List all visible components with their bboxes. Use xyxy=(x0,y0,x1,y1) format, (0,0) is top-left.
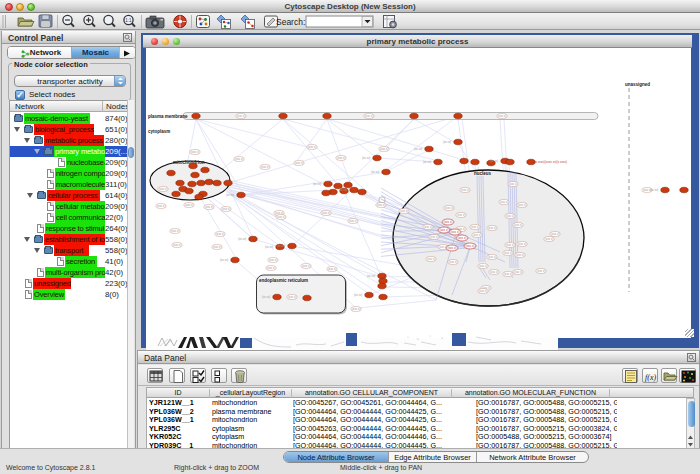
svg-text:mitochondrion: mitochondrion xyxy=(173,160,205,165)
svg-text:(xxx x): (xxx x) xyxy=(380,147,388,151)
svg-text:(xxx x): (xxx x) xyxy=(277,215,285,219)
svg-text:(xxx x): (xxx x) xyxy=(159,187,167,191)
svg-text:(xxx x): (xxx x) xyxy=(451,230,460,234)
svg-text:(xxx x): (xxx x) xyxy=(471,225,479,229)
svg-text:(xxx x): (xxx x) xyxy=(377,203,385,207)
svg-text:(xxx x): (xxx x) xyxy=(479,264,487,268)
svg-text:(xx xx): (xx xx) xyxy=(262,295,270,299)
svg-text:(xxx x): (xxx x) xyxy=(295,161,303,165)
svg-text:(xxx x): (xxx x) xyxy=(400,209,408,213)
svg-text:(xxx x): (xxx x) xyxy=(157,204,165,208)
svg-text:(xx xx): (xx xx) xyxy=(339,188,347,192)
svg-text:(xxx x): (xxx x) xyxy=(302,264,310,268)
svg-text:(xx xx): (xx xx) xyxy=(362,156,370,160)
svg-text:(xxx x): (xxx x) xyxy=(444,220,453,224)
svg-text:(xxx x): (xxx x) xyxy=(308,145,316,149)
svg-text:(xxx x): (xxx x) xyxy=(551,232,559,236)
svg-text:(xxx x): (xxx x) xyxy=(171,229,179,233)
svg-text:f(x): f(x) xyxy=(645,373,656,382)
svg-text:(xx xx): (xx xx) xyxy=(490,159,498,163)
svg-text:(xx xx): (xx xx) xyxy=(313,182,321,186)
svg-text:(xxx x): (xxx x) xyxy=(365,114,373,118)
svg-text:(xxx x): (xxx x) xyxy=(506,214,514,218)
svg-text:(xxx x): (xxx x) xyxy=(488,226,496,230)
svg-text:1:1: 1:1 xyxy=(125,18,132,23)
svg-text:endoplasmic reticulum: endoplasmic reticulum xyxy=(259,278,308,283)
svg-text:(xxx x): (xxx x) xyxy=(504,272,512,276)
svg-text:(xx xx): (xx xx) xyxy=(423,160,431,164)
svg-text:(xxx x): (xxx x) xyxy=(500,200,508,204)
svg-text:(xx xx): (xx xx) xyxy=(443,140,451,144)
svg-text:(xxx x): (xxx x) xyxy=(504,251,512,255)
svg-text:(xxx x): (xxx x) xyxy=(458,236,467,240)
svg-text:(xxx x): (xxx x) xyxy=(424,225,432,229)
svg-text:(xx xx): (xx xx) xyxy=(226,193,234,197)
svg-text:(xx xx): (xx xx) xyxy=(371,170,379,174)
svg-text:nucleus: nucleus xyxy=(474,171,492,176)
svg-text:(xxx x): (xxx x) xyxy=(222,207,230,211)
svg-text:(xxx x): (xxx x) xyxy=(205,205,213,209)
svg-text:cytoplasm: cytoplasm xyxy=(148,129,170,134)
svg-text:(xx xx): (xx xx) xyxy=(238,237,246,241)
svg-text:(xxx x): (xxx x) xyxy=(514,270,522,274)
svg-text:(xxx x): (xxx x) xyxy=(269,258,277,262)
svg-text:(xxx x): (xxx x) xyxy=(545,237,553,241)
svg-text:(xxx x): (xxx x) xyxy=(430,235,438,239)
svg-text:(xxx x): (xxx x) xyxy=(261,165,269,169)
svg-text:(xxx x): (xxx x) xyxy=(473,233,481,237)
svg-text:unassigned: unassigned xyxy=(625,82,650,87)
svg-text:(xx xx): (xx xx) xyxy=(650,188,658,192)
svg-text:(xx xx): (xx xx) xyxy=(277,244,285,248)
svg-text:(xxx x): (xxx x) xyxy=(498,114,506,118)
svg-text:(xxx x): (xxx x) xyxy=(479,289,487,293)
svg-text:(xxx x): (xxx x) xyxy=(509,182,517,186)
svg-text:(xxx x): (xxx x) xyxy=(328,267,336,271)
svg-text:(xx xx): (xx xx) xyxy=(354,293,362,297)
svg-text:(xx xx): (xx xx) xyxy=(265,245,273,249)
svg-text:Search:: Search: xyxy=(276,17,305,27)
svg-text:(xxx x): (xxx x) xyxy=(322,211,330,215)
svg-text:(xxx x): (xxx x) xyxy=(449,260,457,264)
svg-text:(xxx x): (xxx x) xyxy=(461,188,469,192)
svg-text:plasma membrane: plasma membrane xyxy=(148,114,188,119)
svg-text:(xxx x): (xxx x) xyxy=(237,114,245,118)
svg-text:(xxx x): (xxx x) xyxy=(516,253,524,257)
svg-text:(xxx x): (xxx x) xyxy=(445,206,453,210)
svg-text:(xxx x): (xxx x) xyxy=(213,245,221,249)
svg-text:(xxx x): (xxx x) xyxy=(349,219,357,223)
svg-text:(xxx x): (xxx x) xyxy=(457,213,465,217)
svg-text:(xxx x): (xxx x) xyxy=(488,255,496,259)
svg-text:(xxx x): (xxx x) xyxy=(267,266,275,270)
svg-text:(xxx x): (xxx x) xyxy=(235,157,243,161)
svg-text:(xxx x): (xxx x) xyxy=(216,232,224,236)
svg-text:(xxx x): (xxx x) xyxy=(337,156,345,160)
svg-text:(xxx x): (xxx x) xyxy=(537,269,545,273)
svg-text:(xxx x): (xxx x) xyxy=(352,307,360,311)
svg-text:(xxx x): (xxx x) xyxy=(514,223,522,227)
svg-text:(xx xxxx)(xxxx xx)(x xxxx): (xx xxxx)(xxxx xx)(x xxxx) xyxy=(533,160,567,164)
svg-text:(xxx x): (xxx x) xyxy=(440,228,449,232)
svg-text:(xxx x): (xxx x) xyxy=(191,150,199,154)
svg-text:(xxx x): (xxx x) xyxy=(185,203,193,207)
svg-text:(xxx x): (xxx x) xyxy=(288,295,296,299)
svg-text:(xx xx): (xx xx) xyxy=(220,258,228,262)
svg-text:(xxx x): (xxx x) xyxy=(518,203,526,207)
svg-text:(xx xx): (xx xx) xyxy=(367,274,375,278)
svg-text:(xxx x): (xxx x) xyxy=(506,243,514,247)
svg-text:(xxx x): (xxx x) xyxy=(427,257,435,261)
svg-text:(xxx x): (xxx x) xyxy=(466,244,475,248)
svg-text:(xxx x): (xxx x) xyxy=(518,242,526,246)
svg-text:(xx xx): (xx xx) xyxy=(414,147,422,151)
svg-text:(xxx x): (xxx x) xyxy=(490,270,498,274)
svg-text:(xxx x): (xxx x) xyxy=(173,243,181,247)
svg-text:(xxx x): (xxx x) xyxy=(448,246,457,250)
